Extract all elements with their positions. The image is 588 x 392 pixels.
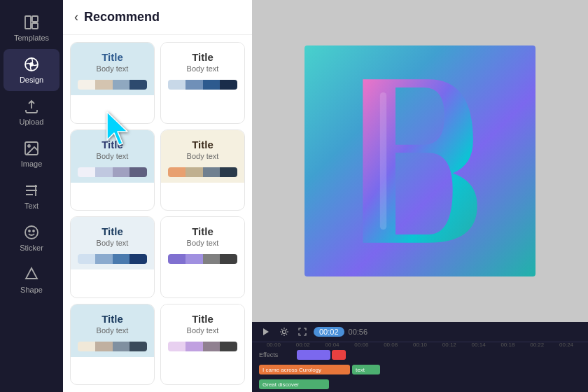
template-body-t5: Body text: [97, 239, 129, 247]
template-card-t6[interactable]: TitleBody text: [160, 216, 245, 298]
design-icon: [23, 56, 40, 73]
timeline-tracks: EffectsI came across CurologytextGreat d…: [252, 347, 588, 392]
color-swatches-t1: [78, 80, 147, 90]
track-bar[interactable]: I came across Curology: [259, 365, 350, 374]
track-bar-label: Great discover: [262, 382, 299, 388]
svg-marker-10: [263, 328, 269, 335]
ruler-mark: 00:18: [493, 342, 523, 347]
track-label-0: Effects: [259, 351, 294, 358]
template-card-t2[interactable]: TitleBody text: [160, 42, 245, 124]
ruler-mark: 00:14: [464, 342, 493, 347]
letter-b-svg: [336, 63, 504, 259]
template-card-t4[interactable]: TitleBody text: [160, 130, 245, 211]
template-body-t3: Body text: [97, 152, 129, 160]
color-swatches-t2: [168, 80, 237, 90]
canvas-background: [304, 46, 536, 276]
timeline-controls: 00:02 00:56: [252, 322, 588, 342]
ruler-marks: 00:0000:0200:0400:0600:0800:1000:1200:14…: [259, 342, 581, 347]
template-title-t3: Title: [102, 139, 123, 150]
ruler-mark: 00:12: [435, 342, 464, 347]
track-bar-label: I came across Curology: [262, 367, 321, 373]
timeline-current-time: 00:02: [314, 327, 344, 337]
svg-rect-2: [32, 23, 38, 29]
svg-rect-0: [25, 16, 31, 29]
image-icon: [23, 140, 40, 157]
upload-icon: [23, 98, 40, 115]
template-body-t4: Body text: [187, 152, 219, 160]
timeline-area: 00:02 00:56 00:0000:0200:0400:0600:0800:…: [252, 322, 588, 392]
color-swatches-t8: [168, 342, 237, 351]
template-card-t5[interactable]: TitleBody text: [70, 216, 155, 298]
canvas-area[interactable]: [252, 0, 588, 322]
back-button[interactable]: ‹: [74, 10, 78, 24]
template-card-t7[interactable]: TitleBody text: [70, 304, 155, 386]
sidebar-item-text[interactable]: Text: [4, 175, 59, 217]
ruler-mark: 00:24: [552, 342, 581, 347]
svg-point-6: [28, 145, 30, 147]
ruler-mark: 00:10: [405, 342, 435, 347]
sidebar-item-shape[interactable]: Shape: [4, 259, 59, 301]
text-icon: [23, 182, 40, 199]
panel-header: ‹ Recommend: [63, 0, 252, 35]
template-title-t7: Title: [102, 313, 123, 325]
ruler-mark: 00:04: [318, 342, 347, 347]
template-body-t7: Body text: [97, 326, 129, 335]
ruler-mark: 00:02: [288, 342, 318, 347]
color-swatches-t5: [78, 254, 147, 264]
sidebar-item-templates-label: Templates: [14, 34, 49, 42]
template-body-t1: Body text: [97, 64, 129, 73]
track-bar[interactable]: [297, 350, 330, 360]
template-icon: [23, 14, 40, 31]
track-bar[interactable]: Great discover: [259, 379, 329, 389]
svg-point-4: [30, 63, 33, 66]
track-bar[interactable]: [332, 350, 346, 360]
sidebar-item-text-label: Text: [24, 202, 38, 210]
template-title-t8: Title: [192, 313, 214, 325]
svg-point-11: [283, 330, 286, 334]
ruler-mark: 00:06: [346, 342, 376, 347]
sidebar-item-upload-label: Upload: [20, 118, 44, 126]
template-title-t6: Title: [192, 225, 214, 237]
template-body-t6: Body text: [187, 239, 219, 247]
sidebar-item-sticker-label: Sticker: [20, 244, 43, 252]
ruler-mark: 00:00: [259, 342, 288, 347]
color-swatches-t3: [78, 167, 147, 177]
svg-point-8: [29, 230, 30, 232]
sidebar-item-image[interactable]: Image: [4, 133, 59, 175]
sidebar-item-design[interactable]: Design: [4, 49, 59, 91]
track-row-0: Effects: [259, 349, 581, 361]
sidebar-item-sticker[interactable]: Sticker: [4, 217, 59, 259]
template-body-t8: Body text: [187, 326, 219, 335]
main-area: 00:02 00:56 00:0000:0200:0400:0600:0800:…: [252, 0, 588, 392]
color-swatches-t7: [78, 342, 147, 351]
sidebar: Templates Design Upload: [0, 0, 63, 392]
color-swatches-t6: [168, 254, 237, 264]
template-body-t2: Body text: [187, 64, 219, 73]
sidebar-item-templates[interactable]: Templates: [4, 7, 59, 49]
panel-title: Recommend: [84, 10, 160, 24]
track-row-1: I came across Curologytext: [259, 363, 581, 376]
color-swatches-t4: [168, 167, 237, 177]
sidebar-item-image-label: Image: [21, 160, 43, 168]
timeline-total-time: 00:56: [349, 328, 368, 336]
svg-point-9: [33, 230, 34, 232]
shape-icon: [23, 266, 40, 283]
template-grid: TitleBody textTitleBody textTitleBody te…: [63, 35, 252, 392]
ruler-mark: 00:08: [376, 342, 405, 347]
sidebar-item-design-label: Design: [20, 76, 43, 84]
track-row-2: Great discover: [259, 378, 581, 391]
sticker-icon: [23, 224, 40, 241]
timeline-settings-button[interactable]: [277, 325, 291, 339]
sidebar-item-upload[interactable]: Upload: [4, 91, 59, 133]
timeline-expand-button[interactable]: [295, 325, 309, 339]
svg-rect-1: [32, 16, 38, 22]
timeline-play-button[interactable]: [259, 325, 273, 339]
template-card-t3[interactable]: TitleBody text: [70, 130, 155, 211]
canvas-preview: [304, 46, 536, 276]
timeline-ruler: 00:0000:0200:0400:0600:0800:1000:1200:14…: [252, 342, 588, 347]
template-title-t4: Title: [192, 139, 214, 150]
template-card-t8[interactable]: TitleBody text: [160, 304, 245, 386]
track-bar[interactable]: text: [352, 365, 380, 374]
template-card-t1[interactable]: TitleBody text: [70, 42, 155, 124]
panel: ‹ Recommend TitleBody textTitleBody text…: [63, 0, 252, 392]
